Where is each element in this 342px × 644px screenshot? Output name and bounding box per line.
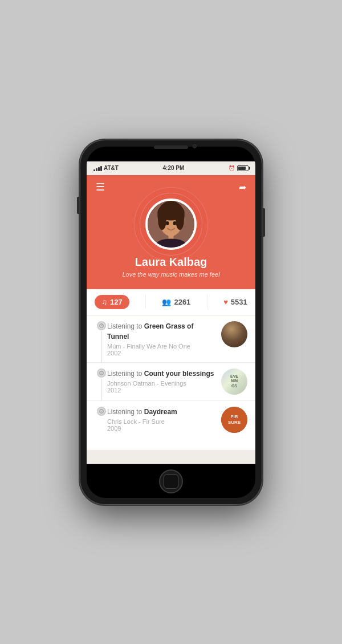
activity-content-1: Listening to Green Grass of Tunnel Múm -… [95, 321, 215, 357]
activity-artist-2: Johnson Oatman - Evenings [107, 380, 215, 387]
avatar [145, 199, 197, 250]
svg-point-7 [176, 211, 184, 230]
time-label: 4:20 PM [163, 165, 185, 171]
list-item[interactable]: Listening to Daydream Chris Lock - Fir S… [87, 401, 255, 439]
headphone-icon-1 [99, 323, 104, 328]
activity-content-2: Listening to Count your blessings Johnso… [95, 368, 215, 394]
timeline-dot-3 [97, 401, 106, 439]
app-content: ☰ ➦ [87, 175, 255, 464]
home-button[interactable] [159, 469, 183, 493]
camera [193, 144, 197, 148]
headphone-icon-2 [99, 371, 104, 375]
svg-text:SURE: SURE [228, 420, 241, 425]
activity-prefix-1: Listening to [107, 322, 144, 330]
svg-text:FIR: FIR [231, 414, 238, 419]
signal-bars [93, 165, 102, 171]
timeline-line-1 [101, 331, 102, 362]
activity-feed: Listening to Green Grass of Tunnel Múm -… [87, 315, 255, 450]
phone-inner: AT&T 4:20 PM ⏰ ☰ ➦ [87, 147, 255, 498]
phone-frame: AT&T 4:20 PM ⏰ ☰ ➦ [80, 140, 262, 505]
timeline-dot-1 [97, 315, 106, 362]
status-right: ⏰ [229, 165, 249, 171]
stats-row: ♫ 127 👥 2261 ♥ 5531 [87, 289, 255, 315]
profile-header: ☰ ➦ [87, 175, 255, 289]
battery-indicator [237, 165, 249, 171]
stat-tracks[interactable]: ♫ 127 [95, 295, 129, 309]
likes-count: 5531 [231, 298, 247, 306]
activity-meta-2: Johnson Oatman - Evenings 2012 [107, 380, 215, 394]
share-icon[interactable]: ➦ [239, 182, 246, 193]
list-item[interactable]: Listening to Count your blessings Johnso… [87, 363, 255, 401]
timeline-dot-circle-2 [97, 368, 106, 378]
status-bar: AT&T 4:20 PM ⏰ [87, 161, 255, 175]
status-left: AT&T [93, 165, 119, 171]
battery-fill [238, 167, 246, 170]
activity-artist-1: Múm - Finally We Are No One [107, 343, 215, 350]
alarm-icon: ⏰ [229, 165, 235, 171]
carrier-label: AT&T [104, 165, 119, 171]
activity-prefix-2: Listening to [107, 370, 144, 378]
activity-meta-1: Múm - Finally We Are No One 2002 [107, 343, 215, 357]
screen: AT&T 4:20 PM ⏰ ☰ ➦ [87, 161, 255, 464]
activity-thumb-1 [221, 321, 247, 347]
activity-title-2: Count your blessings [144, 370, 214, 378]
activity-text-2: Listening to Count your blessings [107, 368, 215, 379]
stat-likes[interactable]: ♥ 5531 [223, 298, 247, 306]
timeline-dot-circle-1 [97, 321, 106, 330]
following-icon: 👥 [162, 298, 171, 306]
music-icon: ♫ [101, 298, 107, 306]
activity-text-3: Listening to Daydream [107, 407, 215, 417]
heart-icon: ♥ [223, 298, 228, 306]
activity-text-1: Listening to Green Grass of Tunnel [107, 321, 215, 342]
activity-meta-3: Chris Lock - Fir Sure 2009 [107, 418, 215, 432]
activity-year-1: 2002 [107, 350, 215, 357]
stat-following[interactable]: 👥 2261 [162, 298, 190, 306]
speaker [154, 145, 188, 149]
activity-prefix-3: Listening to [107, 408, 144, 416]
activity-year-2: 2012 [107, 387, 215, 394]
avatar-svg [148, 201, 194, 248]
list-item[interactable]: Listening to Green Grass of Tunnel Múm -… [87, 315, 255, 363]
fir-sure-icon: FIR SURE [221, 407, 247, 433]
timeline-dot-2 [97, 363, 106, 400]
profile-bio: Love the way music makes me feel [96, 271, 246, 278]
timeline-dot-circle-3 [97, 407, 106, 416]
avatar-container [96, 199, 246, 250]
svg-point-15 [101, 410, 102, 411]
activity-thumb-2: EVENINGS [221, 368, 247, 395]
menu-icon[interactable]: ☰ [96, 182, 105, 192]
stat-divider-2 [207, 295, 207, 309]
activity-title-3: Daydream [144, 408, 177, 416]
svg-point-11 [101, 325, 102, 326]
headphone-icon-3 [99, 409, 104, 414]
tracks-count: 127 [110, 298, 123, 306]
following-count: 2261 [174, 298, 190, 306]
svg-point-13 [101, 372, 102, 373]
home-button-inner [164, 474, 178, 489]
stat-divider-1 [145, 295, 146, 309]
avatar-ring-wrapper [145, 199, 197, 250]
svg-point-6 [158, 211, 166, 230]
activity-year-3: 2009 [107, 425, 215, 432]
activity-thumb-3: FIR SURE [221, 407, 247, 433]
activity-content-3: Listening to Daydream Chris Lock - Fir S… [95, 407, 215, 432]
timeline-line-2 [101, 379, 102, 400]
activity-artist-3: Chris Lock - Fir Sure [107, 418, 215, 425]
